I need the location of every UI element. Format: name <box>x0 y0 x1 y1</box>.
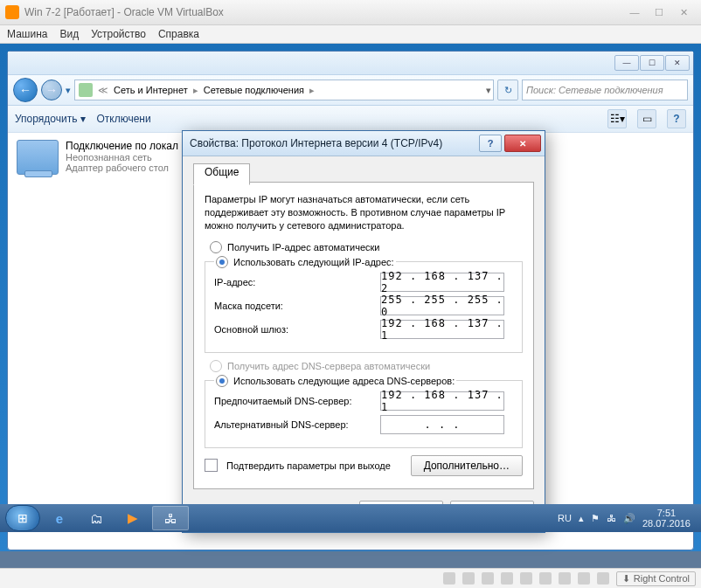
vb-hdd-icon[interactable] <box>443 572 455 585</box>
system-tray: RU ▴ ⚑ 🖧 🔊 7:51 28.07.2016 <box>558 508 696 529</box>
menu-help[interactable]: Справка <box>158 28 199 40</box>
dialog-close-button[interactable]: ✕ <box>504 135 541 152</box>
close-button[interactable]: ✕ <box>671 4 696 20</box>
taskbar-network-icon[interactable]: 🖧 <box>152 506 189 530</box>
breadcrumb-connections[interactable]: Сетевые подключения <box>202 85 306 95</box>
taskbar-mediaplayer-icon[interactable]: ▶ <box>115 507 150 529</box>
vb-optical-icon[interactable] <box>462 572 475 585</box>
dialog-titlebar: Свойства: Протокол Интернета версии 4 (T… <box>183 131 545 156</box>
tray-expand-icon[interactable]: ▴ <box>579 513 584 524</box>
ip-address-input[interactable]: 192 . 168 . 137 . 2 <box>380 273 504 292</box>
network-tray-icon[interactable]: 🖧 <box>607 513 616 523</box>
chevron-down-icon[interactable]: ▾ <box>486 85 491 96</box>
refresh-button[interactable]: ↻ <box>497 80 518 100</box>
search-input[interactable]: Поиск: Сетевые подключения <box>522 80 688 100</box>
ipv4-properties-dialog: Свойства: Протокол Интернета версии 4 (T… <box>182 130 545 533</box>
windows-taskbar: ⊞ e 🗂 ▶ 🖧 RU ▴ ⚑ 🖧 🔊 7:51 28.07.2016 <box>0 504 701 532</box>
vb-display-icon[interactable] <box>559 572 571 585</box>
virtualbox-icon <box>5 5 19 19</box>
validate-on-exit-checkbox[interactable] <box>205 459 218 472</box>
virtualbox-window: Win 7-2 [Работает] - Oracle VM VirtualBo… <box>0 0 701 588</box>
preview-pane-button[interactable]: ▭ <box>637 109 656 128</box>
guest-desktop: — ☐ ✕ ← → ▾ ≪ Сеть и Интернет ▸ Сетевые … <box>0 44 701 551</box>
gateway-input[interactable]: 192 . 168 . 137 . 1 <box>380 320 504 339</box>
chevron-down-icon: ▾ <box>80 113 86 125</box>
lan-connection-icon[interactable] <box>17 140 59 175</box>
ip-address-label: IP-адрес: <box>214 277 380 287</box>
view-menu-button[interactable]: ☷▾ <box>607 109 627 128</box>
disconnect-menu[interactable]: Отключени <box>96 113 150 125</box>
arrow-down-icon: ⬇ <box>622 573 630 585</box>
organize-menu[interactable]: Упорядочить ▾ <box>15 113 86 125</box>
language-indicator[interactable]: RU <box>558 513 572 523</box>
menu-devices[interactable]: Устройство <box>91 28 146 40</box>
dialog-title: Свойства: Протокол Интернета версии 4 (T… <box>190 137 479 149</box>
taskbar-ie-icon[interactable]: e <box>42 507 77 529</box>
vb-record-icon[interactable] <box>578 572 590 585</box>
dns1-label: Предпочитаемый DNS-сервер: <box>214 396 380 406</box>
lan-connection-item[interactable]: Подключение по локал Неопознанная сеть А… <box>66 140 178 175</box>
vb-titlebar: Win 7-2 [Работает] - Oracle VM VirtualBo… <box>0 0 701 25</box>
help-button[interactable]: ? <box>667 109 686 128</box>
address-bar[interactable]: ≪ Сеть и Интернет ▸ Сетевые подключения … <box>74 80 494 100</box>
maximize-button[interactable]: ☐ <box>647 4 671 20</box>
clock[interactable]: 7:51 28.07.2016 <box>642 508 691 529</box>
taskbar-explorer-icon[interactable]: 🗂 <box>79 507 114 529</box>
validate-on-exit-label: Подтвердить параметры при выходе <box>226 460 402 471</box>
subnet-mask-label: Маска подсети: <box>214 301 380 311</box>
dns2-label: Альтернативный DNS-сервер: <box>214 419 380 430</box>
subnet-mask-input[interactable]: 255 . 255 . 255 . 0 <box>380 296 504 315</box>
connection-name: Подключение по локал <box>66 140 178 152</box>
tab-general-pane: Параметры IP могут назначаться автоматич… <box>193 182 534 489</box>
chevron-down-icon[interactable]: ▾ <box>66 85 71 96</box>
network-icon <box>79 83 93 97</box>
explorer-close-button[interactable]: ✕ <box>665 55 690 71</box>
vb-mouse-icon[interactable] <box>597 572 609 585</box>
vb-audio-icon[interactable] <box>482 572 494 585</box>
radio-dns-manual[interactable]: Использовать следующие адреса DNS-сервер… <box>216 375 455 387</box>
vb-network-icon[interactable] <box>501 572 513 585</box>
nav-forward-button[interactable]: → <box>41 80 62 100</box>
action-center-icon[interactable]: ⚑ <box>591 513 600 524</box>
volume-icon[interactable]: 🔊 <box>623 513 635 524</box>
host-key-indicator[interactable]: ⬇ Right Control <box>616 571 696 586</box>
dialog-tabstrip: Общие <box>193 163 534 183</box>
dns2-input[interactable]: . . . <box>380 415 504 434</box>
connection-status: Неопознанная сеть <box>66 152 178 163</box>
vb-window-title: Win 7-2 [Работает] - Oracle VM VirtualBo… <box>24 6 622 18</box>
minimize-button[interactable]: — <box>622 4 647 20</box>
tab-general[interactable]: Общие <box>193 163 250 185</box>
vb-status-bar: ⬇ Right Control <box>0 568 701 588</box>
menu-view[interactable]: Вид <box>59 28 79 40</box>
explorer-minimize-button[interactable]: — <box>614 55 639 71</box>
description-text: Параметры IP могут назначаться автоматич… <box>205 193 523 232</box>
vb-shared-folders-icon[interactable] <box>539 572 552 585</box>
radio-icon <box>210 241 222 253</box>
advanced-button[interactable]: Дополнительно… <box>411 455 523 476</box>
radio-icon <box>210 360 222 372</box>
ip-fieldset: Использовать следующий IP-адрес: IP-адре… <box>205 256 523 353</box>
start-button[interactable]: ⊞ <box>5 505 40 531</box>
search-placeholder: Поиск: Сетевые подключения <box>526 85 663 95</box>
chevron-right-icon: ▸ <box>309 85 315 96</box>
menu-machine[interactable]: Машина <box>7 28 47 40</box>
radio-ip-auto[interactable]: Получить IP-адрес автоматически <box>210 241 523 253</box>
radio-icon <box>216 375 228 387</box>
nav-back-button[interactable]: ← <box>13 78 38 102</box>
dialog-help-button[interactable]: ? <box>479 135 502 152</box>
breadcrumb-network[interactable]: Сеть и Интернет <box>112 85 190 95</box>
dns-fieldset: Использовать следующие адреса DNS-сервер… <box>205 375 523 448</box>
breadcrumb-sep-icon: ≪ <box>98 85 108 96</box>
clock-time: 7:51 <box>642 508 691 518</box>
radio-dns-auto: Получить адрес DNS-сервера автоматически <box>210 360 523 372</box>
dns1-input[interactable]: 192 . 168 . 137 . 1 <box>380 391 504 411</box>
gateway-label: Основной шлюз: <box>214 324 380 335</box>
clock-date: 28.07.2016 <box>642 518 691 529</box>
explorer-maximize-button[interactable]: ☐ <box>640 55 664 71</box>
explorer-nav-bar: ← → ▾ ≪ Сеть и Интернет ▸ Сетевые подклю… <box>8 75 693 106</box>
explorer-titlebar: — ☐ ✕ <box>8 52 693 75</box>
vb-usb-icon[interactable] <box>520 572 532 585</box>
radio-ip-manual[interactable]: Использовать следующий IP-адрес: <box>216 256 394 268</box>
chevron-right-icon: ▸ <box>193 85 198 96</box>
vb-menubar: Машина Вид Устройство Справка <box>0 25 701 44</box>
